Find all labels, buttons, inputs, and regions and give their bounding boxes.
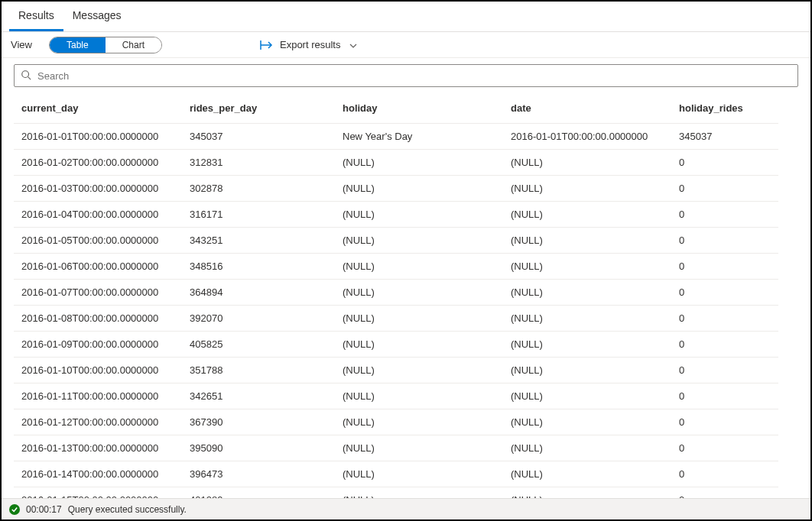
table-cell[interactable]: (NULL): [503, 280, 671, 306]
table-cell[interactable]: 0: [671, 176, 778, 202]
table-cell[interactable]: (NULL): [503, 202, 671, 228]
table-cell[interactable]: 0: [671, 306, 778, 332]
table-cell[interactable]: 2016-01-03T00:00:00.0000000: [14, 176, 182, 202]
table-cell[interactable]: 2016-01-14T00:00:00.0000000: [14, 461, 182, 487]
search-box[interactable]: [14, 64, 798, 87]
table-cell[interactable]: 2016-01-04T00:00:00.0000000: [14, 202, 182, 228]
table-cell[interactable]: 401289: [182, 487, 335, 498]
table-cell[interactable]: 2016-01-01T00:00:00.0000000: [14, 124, 182, 150]
table-cell[interactable]: (NULL): [335, 228, 503, 254]
table-cell[interactable]: 2016-01-06T00:00:00.0000000: [14, 254, 182, 280]
table-cell[interactable]: 2016-01-08T00:00:00.0000000: [14, 306, 182, 332]
table-cell[interactable]: (NULL): [335, 150, 503, 176]
table-cell[interactable]: 345037: [182, 124, 335, 150]
table-cell[interactable]: 345037: [671, 124, 778, 150]
status-time: 00:00:17: [26, 504, 62, 515]
toolbar: View Table Chart Export results: [2, 32, 810, 58]
table-cell[interactable]: (NULL): [503, 358, 671, 383]
status-bar: 00:00:17 Query executed successfully.: [2, 498, 810, 519]
table-cell[interactable]: 343251: [182, 228, 335, 254]
view-toggle-chart[interactable]: Chart: [106, 37, 161, 53]
table-cell[interactable]: 342651: [182, 383, 335, 409]
table-cell[interactable]: 351788: [182, 358, 335, 383]
table-cell[interactable]: (NULL): [335, 254, 503, 280]
table-cell[interactable]: 2016-01-11T00:00:00.0000000: [14, 383, 182, 409]
table-cell[interactable]: (NULL): [503, 383, 671, 409]
table-cell[interactable]: (NULL): [335, 409, 503, 435]
table-cell[interactable]: 2016-01-05T00:00:00.0000000: [14, 228, 182, 254]
tab-messages[interactable]: Messages: [63, 3, 131, 31]
table-cell[interactable]: 0: [671, 202, 778, 228]
column-header-holiday[interactable]: holiday: [335, 92, 503, 124]
table-cell[interactable]: (NULL): [503, 150, 671, 176]
table-cell[interactable]: 2016-01-13T00:00:00.0000000: [14, 435, 182, 461]
table-cell[interactable]: 2016-01-15T00:00:00.0000000: [14, 487, 182, 498]
success-icon: [9, 504, 20, 515]
tab-results[interactable]: Results: [9, 3, 63, 31]
table-cell[interactable]: (NULL): [503, 254, 671, 280]
table-cell[interactable]: 312831: [182, 150, 335, 176]
column-header-current_day[interactable]: current_day: [14, 92, 182, 124]
table-cell[interactable]: (NULL): [335, 383, 503, 409]
table-cell[interactable]: (NULL): [503, 306, 671, 332]
table-cell[interactable]: (NULL): [335, 435, 503, 461]
table-cell[interactable]: (NULL): [503, 228, 671, 254]
table-cell[interactable]: 0: [671, 461, 778, 487]
table-cell[interactable]: 2016-01-10T00:00:00.0000000: [14, 358, 182, 383]
view-label: View: [11, 39, 32, 50]
table-cell[interactable]: 392070: [182, 306, 335, 332]
table-cell[interactable]: 395090: [182, 435, 335, 461]
table-cell[interactable]: 0: [671, 383, 778, 409]
table-cell[interactable]: 0: [671, 332, 778, 358]
results-table: current_dayrides_per_dayholidaydateholid…: [14, 92, 798, 498]
table-cell[interactable]: 0: [671, 280, 778, 306]
results-table-scroll[interactable]: current_dayrides_per_dayholidaydateholid…: [2, 92, 810, 498]
svg-line-3: [28, 76, 31, 79]
table-cell[interactable]: 2016-01-09T00:00:00.0000000: [14, 332, 182, 358]
table-cell[interactable]: (NULL): [503, 409, 671, 435]
table-cell[interactable]: 348516: [182, 254, 335, 280]
table-cell[interactable]: 364894: [182, 280, 335, 306]
column-header-date[interactable]: date: [503, 92, 671, 124]
table-cell[interactable]: 0: [671, 409, 778, 435]
table-cell[interactable]: 367390: [182, 409, 335, 435]
table-cell[interactable]: (NULL): [503, 461, 671, 487]
top-tab-bar: Results Messages: [2, 2, 810, 32]
table-cell[interactable]: 405825: [182, 332, 335, 358]
table-cell[interactable]: (NULL): [503, 176, 671, 202]
table-cell[interactable]: New Year's Day: [335, 124, 503, 150]
table-cell[interactable]: 316171: [182, 202, 335, 228]
column-header-rides_per_day[interactable]: rides_per_day: [182, 92, 335, 124]
search-input[interactable]: [36, 70, 791, 83]
table-cell[interactable]: 2016-01-02T00:00:00.0000000: [14, 150, 182, 176]
table-cell[interactable]: (NULL): [335, 487, 503, 498]
export-results-button[interactable]: Export results: [260, 39, 357, 50]
table-cell[interactable]: 2016-01-01T00:00:00.0000000: [503, 124, 671, 150]
table-cell[interactable]: 396473: [182, 461, 335, 487]
table-cell[interactable]: 0: [671, 228, 778, 254]
search-icon: [21, 70, 31, 83]
table-cell[interactable]: 0: [671, 358, 778, 383]
table-cell[interactable]: 0: [671, 150, 778, 176]
table-cell[interactable]: (NULL): [335, 176, 503, 202]
table-cell[interactable]: 2016-01-07T00:00:00.0000000: [14, 280, 182, 306]
column-header-holiday_rides[interactable]: holiday_rides: [671, 92, 778, 124]
table-cell[interactable]: 0: [671, 487, 778, 498]
table-cell[interactable]: (NULL): [335, 202, 503, 228]
table-cell[interactable]: 302878: [182, 176, 335, 202]
table-cell[interactable]: (NULL): [335, 332, 503, 358]
table-cell[interactable]: 0: [671, 254, 778, 280]
table-cell[interactable]: 2016-01-12T00:00:00.0000000: [14, 409, 182, 435]
table-cell[interactable]: (NULL): [335, 280, 503, 306]
table-cell[interactable]: (NULL): [503, 487, 671, 498]
table-cell[interactable]: (NULL): [503, 435, 671, 461]
table-cell[interactable]: (NULL): [503, 332, 671, 358]
table-cell[interactable]: (NULL): [335, 461, 503, 487]
view-toggle-table[interactable]: Table: [50, 37, 106, 53]
table-cell[interactable]: (NULL): [335, 306, 503, 332]
search-row: [2, 58, 810, 92]
export-results-label: Export results: [280, 39, 340, 50]
svg-point-2: [22, 70, 29, 77]
table-cell[interactable]: (NULL): [335, 358, 503, 383]
table-cell[interactable]: 0: [671, 435, 778, 461]
